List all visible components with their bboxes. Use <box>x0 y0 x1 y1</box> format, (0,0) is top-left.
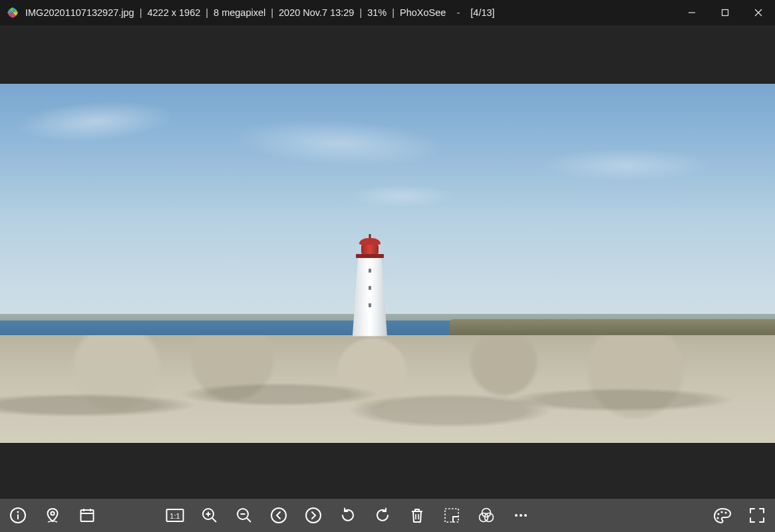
svg-rect-6 <box>81 510 94 521</box>
title-datetime: 2020 Nov.7 13:29 <box>279 7 354 18</box>
title-separator: | <box>265 7 279 18</box>
toolbar: 1:1 <box>0 499 775 532</box>
svg-point-30 <box>717 513 719 515</box>
date-button[interactable] <box>77 505 97 525</box>
trash-icon <box>408 506 426 525</box>
one-to-one-icon: 1:1 <box>165 506 185 525</box>
close-button[interactable] <box>742 0 775 25</box>
title-dash: - <box>446 7 470 18</box>
rotate-ccw-button[interactable] <box>338 505 358 525</box>
fullscreen-icon <box>748 506 766 525</box>
title-separator: | <box>354 7 367 18</box>
window-controls <box>675 0 775 25</box>
svg-point-28 <box>520 514 522 517</box>
more-button[interactable] <box>511 505 531 525</box>
chevron-right-icon <box>304 506 323 525</box>
fullscreen-button[interactable] <box>747 505 767 525</box>
rotate-cw-button[interactable] <box>373 505 392 525</box>
svg-line-17 <box>247 518 251 522</box>
info-button[interactable] <box>8 505 28 525</box>
chevron-left-icon <box>269 506 288 525</box>
crop-button[interactable] <box>442 505 462 525</box>
color-adjust-button[interactable] <box>476 505 496 525</box>
calendar-icon <box>78 506 96 525</box>
delete-button[interactable] <box>407 505 427 525</box>
next-button[interactable] <box>303 505 323 525</box>
location-button[interactable] <box>43 505 63 525</box>
svg-point-3 <box>17 511 19 513</box>
minimize-button[interactable] <box>675 0 708 25</box>
title-position: [4/13] <box>470 7 494 18</box>
zoom-in-button[interactable] <box>200 505 220 525</box>
svg-point-32 <box>724 511 726 513</box>
actual-size-button[interactable]: 1:1 <box>165 505 185 525</box>
svg-point-19 <box>271 508 286 523</box>
svg-line-13 <box>212 518 216 522</box>
svg-point-5 <box>51 511 54 515</box>
zoom-in-icon <box>200 506 219 525</box>
info-icon <box>9 506 27 525</box>
image-viewport[interactable] <box>0 25 775 499</box>
map-pin-icon <box>43 506 62 525</box>
zoom-out-button[interactable] <box>234 505 254 525</box>
svg-rect-23 <box>445 509 458 522</box>
title-zoom: 31% <box>367 7 387 18</box>
svg-point-31 <box>720 511 722 513</box>
title-separator: | <box>200 7 214 18</box>
titlebar: IMG20201107132927.jpg | 4222 x 1962 | 8 … <box>0 0 775 25</box>
zoom-out-icon <box>235 506 253 525</box>
lighthouse-illustration <box>352 237 388 336</box>
svg-rect-1 <box>722 10 728 16</box>
svg-text:1:1: 1:1 <box>170 512 180 520</box>
svg-point-20 <box>306 508 321 523</box>
rotate-cw-icon <box>373 506 392 525</box>
title-appname: PhoXoSee <box>400 7 446 18</box>
title-megapixel: 8 megapixel <box>214 7 265 18</box>
svg-point-29 <box>524 514 527 517</box>
palette-icon <box>712 506 732 525</box>
crop-icon <box>442 506 461 525</box>
venn-icon <box>477 506 496 525</box>
more-icon <box>512 506 530 525</box>
title-separator: | <box>134 7 148 18</box>
palette-button[interactable] <box>712 505 732 525</box>
svg-point-27 <box>515 514 518 517</box>
app-icon <box>7 7 19 19</box>
displayed-image <box>0 84 775 443</box>
svg-point-33 <box>716 517 718 519</box>
title-filename: IMG20201107132927.jpg <box>25 7 134 18</box>
title-separator: | <box>387 7 400 18</box>
title-dimensions: 4222 x 1962 <box>147 7 200 18</box>
previous-button[interactable] <box>269 505 289 525</box>
maximize-button[interactable] <box>708 0 742 25</box>
rotate-ccw-icon <box>339 506 357 525</box>
